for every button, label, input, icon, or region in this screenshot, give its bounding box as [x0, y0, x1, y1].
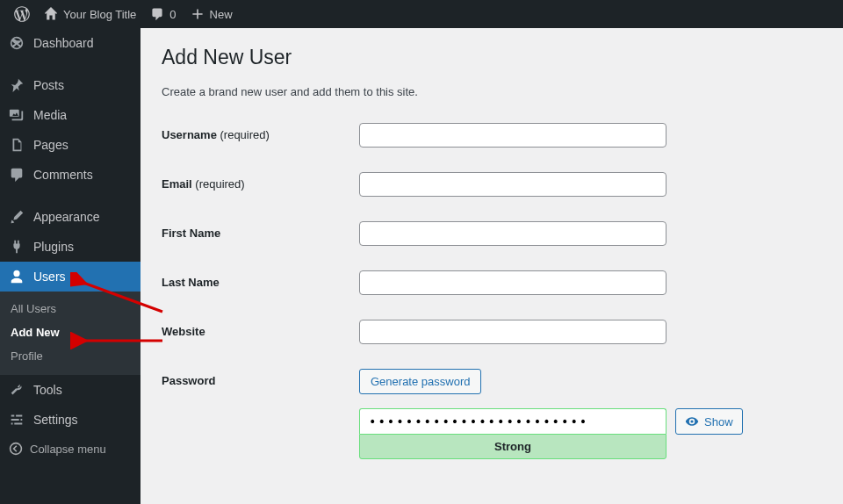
menu-label: Pages [33, 138, 68, 152]
plus-icon [191, 7, 205, 21]
menu-label: Tools [33, 383, 62, 397]
menu-appearance[interactable]: Appearance [0, 202, 140, 232]
label-last-name: Last Name [162, 276, 220, 289]
menu-users[interactable]: Users [0, 262, 140, 292]
menu-label: Posts [33, 78, 64, 92]
pin-icon [9, 77, 25, 93]
comment-icon [150, 7, 164, 21]
page-intro: Create a brand new user and add them to … [162, 85, 822, 98]
menu-label: Comments [33, 168, 93, 182]
input-website[interactable] [359, 320, 666, 344]
row-first-name: First Name [162, 221, 822, 246]
show-label: Show [704, 415, 733, 428]
new-link[interactable]: New [184, 0, 240, 28]
input-email[interactable] [359, 172, 666, 197]
input-first-name[interactable] [359, 221, 666, 246]
comments-link[interactable]: 0 [143, 0, 183, 28]
input-last-name[interactable] [359, 270, 666, 295]
submenu-users: All Users Add New Profile [0, 292, 140, 375]
submenu-all-users[interactable]: All Users [0, 297, 140, 320]
menu-dashboard[interactable]: Dashboard [0, 28, 140, 58]
collapse-icon [9, 442, 23, 456]
collapse-menu[interactable]: Collapse menu [0, 435, 140, 463]
label-email: Email [162, 177, 192, 191]
menu-label: Plugins [33, 240, 74, 254]
label-password: Password [162, 374, 215, 387]
input-username[interactable] [359, 123, 666, 148]
home-icon [44, 7, 58, 21]
wordpress-icon [14, 6, 30, 22]
menu-posts[interactable]: Posts [0, 70, 140, 100]
submenu-add-new[interactable]: Add New [0, 320, 140, 344]
site-name: Your Blog Title [63, 8, 136, 21]
dashboard-icon [9, 35, 25, 51]
menu-tools[interactable]: Tools [0, 375, 140, 405]
label-required: (required) [217, 128, 270, 141]
collapse-label: Collapse menu [30, 443, 106, 456]
menu-label: Settings [33, 413, 78, 427]
menu-plugins[interactable]: Plugins [0, 232, 140, 262]
menu-label: Users [33, 270, 66, 284]
input-password[interactable] [359, 408, 666, 434]
label-first-name: First Name [162, 227, 220, 240]
row-email: Email (required) [162, 172, 822, 197]
site-link[interactable]: Your Blog Title [37, 0, 143, 28]
eye-icon [685, 414, 699, 428]
media-icon [9, 107, 25, 123]
menu-comments[interactable]: Comments [0, 160, 140, 190]
menu-label: Dashboard [33, 36, 94, 50]
password-strength: Strong [359, 434, 666, 459]
admin-sidebar: Dashboard Posts Media Pages Comments App… [0, 28, 140, 504]
label-website: Website [162, 325, 205, 338]
menu-label: Media [33, 108, 67, 122]
plug-icon [9, 239, 25, 255]
row-last-name: Last Name [162, 270, 822, 295]
wrench-icon [9, 382, 25, 398]
row-website: Website [162, 320, 822, 344]
label-username: Username [162, 128, 217, 141]
show-password-button[interactable]: Show [675, 408, 743, 435]
main-content: Add New User Create a brand new user and… [140, 28, 843, 504]
svg-point-0 [11, 443, 22, 455]
wp-logo[interactable] [7, 0, 37, 28]
brush-icon [9, 209, 25, 225]
menu-label: Appearance [33, 210, 100, 224]
menu-pages[interactable]: Pages [0, 130, 140, 160]
user-icon [9, 269, 25, 284]
menu-media[interactable]: Media [0, 100, 140, 130]
admin-toolbar: Your Blog Title 0 New [0, 0, 843, 28]
pages-icon [9, 137, 25, 153]
page-title: Add New User [162, 46, 822, 69]
sliders-icon [9, 412, 25, 428]
comments-count: 0 [169, 8, 176, 21]
generate-password-button[interactable]: Generate password [359, 369, 481, 394]
menu-settings[interactable]: Settings [0, 405, 140, 435]
label-required: (required) [192, 177, 245, 191]
row-username: Username (required) [162, 123, 822, 148]
row-password: Password Generate password Strong Show [162, 369, 822, 459]
comments-icon [9, 167, 25, 183]
submenu-profile[interactable]: Profile [0, 344, 140, 368]
new-label: New [210, 8, 233, 21]
